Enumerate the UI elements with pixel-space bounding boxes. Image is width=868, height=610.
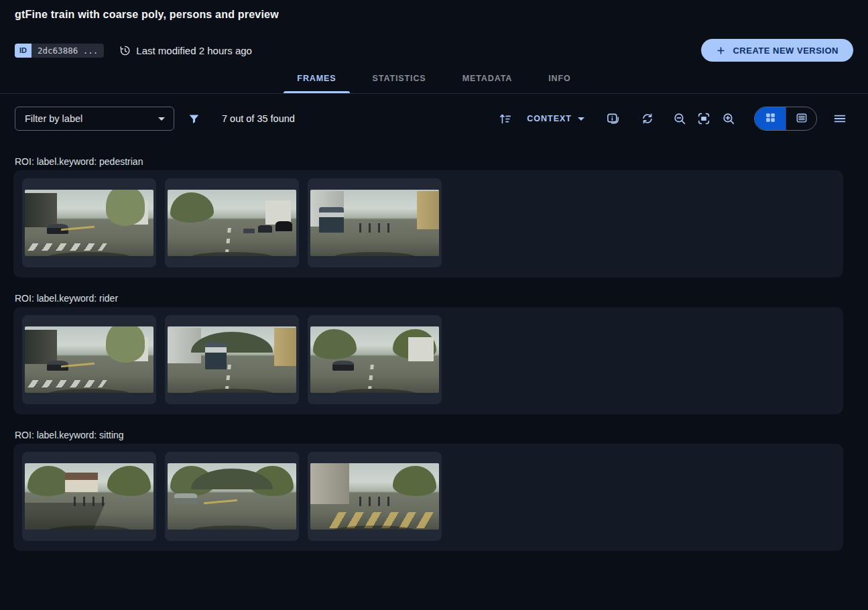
chevron-down-icon [578,117,584,121]
tab-metadata[interactable]: METADATA [444,64,531,93]
frame-card[interactable] [165,178,299,267]
context-dropdown-label: CONTEXT [527,114,572,123]
scene-willow-right [106,190,145,226]
scene-bld-left-tall [310,463,349,504]
frame-thumbnail [310,463,439,530]
frame-card[interactable] [308,452,442,541]
header: gtFine train with coarse poly, persons a… [0,0,868,62]
last-modified-text: Last modified 2 hours ago [136,45,252,56]
preview-info-icon[interactable] [605,111,621,127]
scene-bld-left-dark [25,330,57,364]
tab-bar: FRAMES STATISTICS METADATA INFO [0,64,868,93]
list-view-button[interactable] [786,107,816,130]
scene-people [359,223,390,233]
results-count: 7 out of 35 found [222,113,295,124]
scene-house-center [65,473,99,492]
frame-thumbnail [168,463,296,530]
scene-people [74,497,105,507]
group-label: ROI: label.keyword: rider [15,293,843,304]
grid-view-icon [764,111,777,126]
grid-view-button[interactable] [755,107,786,130]
history-icon [119,44,131,57]
scene-car-left [332,361,355,371]
list-view-icon [795,111,808,127]
frame-thumbnail [310,326,439,393]
create-new-version-label: CREATE NEW VERSION [733,46,839,56]
scene-lane-dash [225,228,231,252]
id-badge-label: ID [15,44,32,58]
sort-icon[interactable] [497,111,513,127]
last-modified: Last modified 2 hours ago [119,44,252,57]
scene-people [359,497,390,507]
zoom-in-icon[interactable] [721,111,737,127]
frame-card[interactable] [308,315,442,404]
menu-icon[interactable] [832,111,848,127]
scene-trees-left [313,329,357,359]
frame-thumbnail [168,326,296,393]
scene-crosswalk-white [27,380,107,387]
group-label: ROI: label.keyword: sitting [15,430,843,440]
create-new-version-button[interactable]: CREATE NEW VERSION [701,39,853,62]
frame-card[interactable] [22,315,156,404]
dataset-id-badge[interactable]: ID 2dc63886 ... [15,44,104,58]
sync-icon[interactable] [639,111,656,127]
context-dropdown[interactable]: CONTEXT [527,114,584,123]
frame-group: ROI: label.keyword: rider [13,293,843,414]
chevron-down-icon [158,117,165,121]
frame-groups: ROI: label.keyword: pedestrianROI: label… [13,156,843,551]
filter-select-value: Filter by label [25,113,82,124]
scene-yellow-line [204,499,237,504]
frame-card[interactable] [165,452,299,541]
scene-shadow-road [25,503,106,530]
plus-icon [716,46,726,56]
group-label: ROI: label.keyword: pedestrian [15,156,843,167]
scene-bld-right-tan [417,191,439,229]
scene-bld-left-dark [25,193,57,227]
filter-by-label-select[interactable]: Filter by label [15,107,174,131]
id-badge-value: 2dc63886 ... [32,44,104,58]
scene-bld-right-white [408,337,434,362]
frame-card[interactable] [22,452,156,541]
toolbar: Filter by label 7 out of 35 found CONTEX… [15,107,848,131]
toolbar-right: CONTEXT [497,107,848,131]
scene-crosswalk-yellow [329,512,434,528]
scene-cars-right [275,221,292,232]
scene-trees-left [170,192,214,223]
scene-trees-right [107,466,151,496]
tab-divider [0,93,868,94]
scene-lane-dash [368,365,374,389]
group-panel [13,170,843,278]
frame-card[interactable] [165,315,299,404]
frame-card[interactable] [22,178,156,267]
frame-group: ROI: label.keyword: pedestrian [13,156,843,278]
view-toggle [754,107,817,131]
tab-frames[interactable]: FRAMES [279,64,354,93]
fit-screen-icon[interactable] [696,111,712,127]
frame-card[interactable] [308,178,442,267]
frame-thumbnail [310,190,439,256]
frame-thumbnail [25,190,153,256]
frame-thumbnail [168,190,296,256]
scene-bus-center [205,343,227,370]
group-panel [13,307,843,414]
frame-thumbnail [25,463,153,530]
scene-willow-right [106,326,145,363]
dataset-page: gtFine train with coarse poly, persons a… [0,0,868,551]
scene-crosswalk-white [27,243,107,251]
meta-row: ID 2dc63886 ... Last modified 2 hours ag… [15,39,853,62]
group-panel [13,444,843,551]
scene-bld-right-tan [274,328,296,366]
tab-statistics[interactable]: STATISTICS [355,64,444,93]
zoom-out-icon[interactable] [672,111,688,127]
scene-van-left [174,493,198,505]
scene-hill [191,332,273,353]
page-title: gtFine train with coarse poly, persons a… [15,9,853,21]
filter-icon[interactable] [186,111,202,127]
tab-info[interactable]: INFO [530,64,588,93]
frame-thumbnail [25,326,153,393]
frame-group: ROI: label.keyword: sitting [13,430,843,551]
scene-trees-right [393,466,436,496]
scene-bus-left [319,207,343,233]
